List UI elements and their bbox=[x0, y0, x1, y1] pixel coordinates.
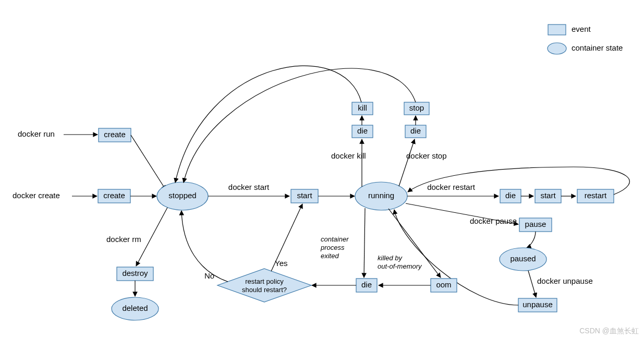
edge-running-to-die-stop bbox=[399, 139, 415, 186]
label-docker-create: docker create bbox=[13, 191, 60, 200]
label-docker-unpause: docker unpause bbox=[537, 276, 593, 285]
decision-l2: should restart? bbox=[242, 286, 287, 294]
event-die-bottom-label: die bbox=[361, 280, 372, 289]
legend-event-swatch bbox=[548, 25, 566, 35]
event-restart-label: restart bbox=[585, 191, 607, 200]
watermark: CSDN @血煞长虹 bbox=[579, 327, 639, 336]
event-die-kill-label: die bbox=[357, 126, 368, 135]
label-docker-stop: docker stop bbox=[406, 151, 447, 160]
state-running-label: running bbox=[368, 191, 394, 200]
event-kill-label: kill bbox=[358, 103, 367, 112]
label-docker-run: docker run bbox=[18, 129, 55, 138]
decision-no: No bbox=[204, 271, 214, 280]
event-destroy-label: destroy bbox=[122, 269, 148, 277]
event-start-label: start bbox=[297, 191, 312, 200]
state-stopped-label: stopped bbox=[168, 191, 196, 200]
state-deleted-label: deleted bbox=[122, 304, 148, 312]
note-exited-l1: container bbox=[321, 235, 349, 243]
event-restart-start-label: start bbox=[540, 191, 556, 200]
edge-create-run-to-stopped bbox=[131, 135, 166, 190]
event-create-run-label: create bbox=[104, 130, 126, 139]
event-oom-label: oom bbox=[436, 280, 451, 289]
event-unpause-label: unpause bbox=[523, 300, 553, 309]
edge-running-to-die-exit bbox=[364, 208, 365, 277]
label-docker-pause: docker pause bbox=[470, 216, 517, 225]
note-exited-l3: exited bbox=[321, 252, 339, 260]
legend-state-label: container state bbox=[572, 43, 623, 52]
legend: event container state bbox=[548, 25, 623, 54]
decision-yes: Yes bbox=[275, 259, 287, 268]
event-stop-label: stop bbox=[409, 103, 424, 112]
label-docker-kill: docker kill bbox=[331, 151, 366, 160]
event-die-stop-label: die bbox=[410, 126, 421, 135]
note-oom-l1: killed by bbox=[378, 254, 403, 262]
edge-paused-to-unpause bbox=[528, 271, 536, 297]
label-docker-restart: docker restart bbox=[427, 183, 476, 191]
label-docker-rm: docker rm bbox=[106, 235, 141, 244]
note-oom-l2: out-of-memory bbox=[378, 262, 422, 270]
state-paused-label: paused bbox=[510, 254, 536, 263]
legend-state-swatch bbox=[548, 43, 566, 54]
event-restart-die-label: die bbox=[505, 191, 516, 200]
note-exited-l2: process bbox=[320, 244, 345, 251]
decision-l1: restart policy bbox=[245, 277, 284, 285]
label-docker-start: docker start bbox=[228, 183, 270, 191]
legend-event-label: event bbox=[572, 25, 591, 33]
event-pause-label: pause bbox=[525, 220, 546, 228]
event-create-label: create bbox=[103, 191, 125, 200]
edge-stop-to-stopped bbox=[184, 68, 416, 183]
edge-pause-to-paused bbox=[527, 232, 536, 248]
edge-kill-to-stopped bbox=[175, 66, 361, 183]
